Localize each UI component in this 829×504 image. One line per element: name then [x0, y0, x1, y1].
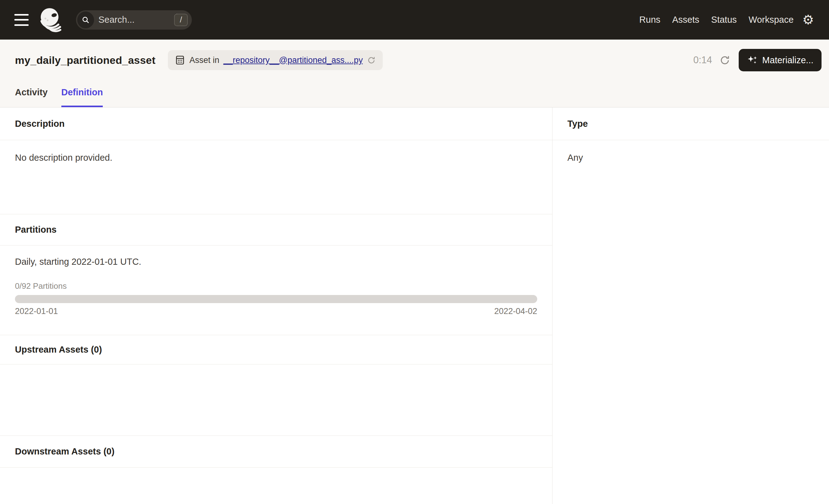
badge-reload-icon[interactable] — [367, 56, 376, 65]
upstream-assets-empty-area — [0, 364, 552, 436]
asset-badge-prefix: Asset in — [189, 56, 219, 65]
nav-item-assets[interactable]: Assets — [672, 15, 699, 25]
downstream-assets-empty-area — [0, 468, 552, 504]
search-input[interactable] — [94, 15, 174, 25]
partition-range-start: 2022-01-01 — [15, 307, 58, 316]
page-title: my_daily_partitioned_asset — [15, 54, 155, 66]
main-column: Description No description provided. Par… — [0, 107, 552, 504]
tab-activity[interactable]: Activity — [15, 87, 48, 107]
gear-icon[interactable]: ⚙ — [802, 13, 814, 27]
partitions-progress-bar — [15, 295, 537, 303]
definition-content: Description No description provided. Par… — [0, 107, 829, 504]
repository-icon — [175, 55, 185, 65]
dagster-logo-icon[interactable] — [37, 6, 65, 34]
asset-location-badge: Asset in __repository__@partitioned_ass.… — [168, 50, 383, 70]
materialize-button[interactable]: Materialize... — [739, 49, 822, 71]
description-section-header: Description — [0, 107, 552, 140]
partition-range-end: 2022-04-02 — [494, 307, 537, 316]
tab-bar: Activity Definition — [15, 87, 103, 107]
type-section-header: Type — [552, 107, 829, 140]
nav-item-workspace[interactable]: Workspace — [749, 15, 794, 25]
partitions-section-body: Daily, starting 2022-01-01 UTC. 0/92 Par… — [0, 246, 552, 335]
search-icon — [77, 11, 94, 28]
top-nav-links: Runs Assets Status Workspace — [639, 15, 793, 25]
repository-link[interactable]: __repository__@partitioned_ass....py — [223, 56, 363, 65]
downstream-assets-section-header: Downstream Assets (0) — [0, 436, 552, 468]
top-navigation-bar: / Runs Assets Status Workspace ⚙ — [0, 0, 829, 40]
type-value: Any — [552, 140, 829, 175]
partitions-section-header: Partitions — [0, 214, 552, 246]
partitions-summary: Daily, starting 2022-01-01 UTC. — [15, 257, 537, 267]
nav-item-status[interactable]: Status — [711, 15, 737, 25]
materialize-button-label: Materialize... — [762, 55, 814, 65]
upstream-assets-section-header: Upstream Assets (0) — [0, 335, 552, 364]
menu-icon[interactable] — [14, 14, 29, 26]
side-column: Type Any — [552, 107, 829, 504]
description-text: No description provided. — [0, 140, 552, 214]
page-header: my_daily_partitioned_asset Asset in __re… — [0, 40, 829, 107]
refresh-timer: 0:14 — [693, 55, 712, 66]
sparkle-icon — [747, 55, 758, 66]
search-shortcut-key: / — [174, 14, 188, 26]
search-bar[interactable]: / — [76, 10, 192, 30]
tab-definition[interactable]: Definition — [61, 87, 103, 107]
partitions-progress-label: 0/92 Partitions — [15, 281, 537, 291]
refresh-icon[interactable] — [719, 55, 731, 66]
nav-item-runs[interactable]: Runs — [639, 15, 660, 25]
